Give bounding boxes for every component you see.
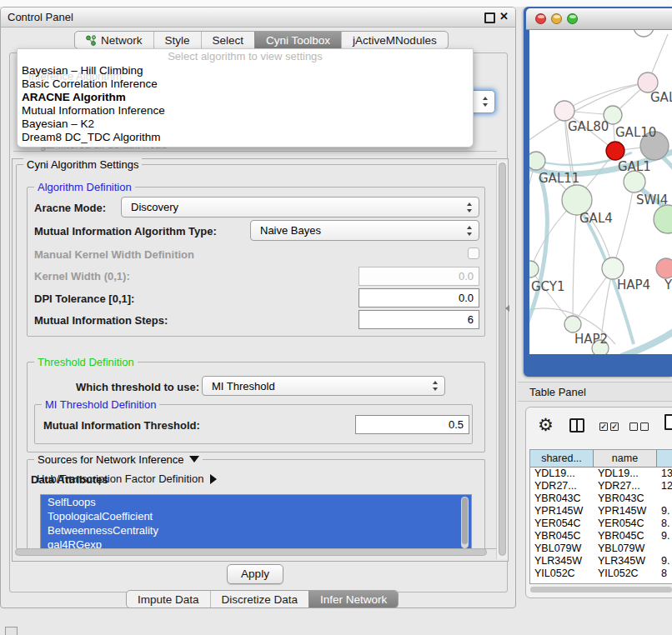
network-node[interactable]: [634, 30, 654, 37]
collapsed-panel-icon[interactable]: [5, 627, 18, 635]
threshold-definition-group: Threshold Definition Which threshold to …: [27, 362, 485, 452]
settings-horizontal-scroll-thumb[interactable]: [15, 548, 487, 556]
tab-label: Impute Data: [138, 593, 199, 606]
tab-network[interactable]: Network: [75, 32, 153, 48]
algorithm-option[interactable]: Dream8 DC_TDC Algorithm: [18, 131, 473, 144]
node-label: HAP2: [574, 332, 608, 347]
select-none-unchecked-icon[interactable]: [629, 422, 649, 431]
network-node-hap4[interactable]: [602, 258, 624, 279]
control-panel-titlebar[interactable]: Control Panel ✕: [1, 8, 515, 28]
table-cell: 12: [657, 480, 672, 492]
apply-button[interactable]: Apply: [227, 564, 283, 584]
mi-algorithm-type-combobox[interactable]: Naive Bayes: [250, 220, 479, 241]
mi-steps-label: Mutual Information Steps:: [34, 314, 168, 327]
tab-label: Network: [101, 34, 143, 47]
settings-vertical-scroll-thumb[interactable]: [499, 162, 506, 556]
column-header[interactable]: A: [657, 450, 672, 468]
float-window-icon[interactable]: [484, 12, 495, 23]
network-node-gal80[interactable]: [554, 101, 574, 121]
attribute-list-scroll-thumb[interactable]: [462, 498, 468, 544]
control-panel-tabs: NetworkStyleSelectCyni ToolboxjActiveMNo…: [74, 31, 449, 49]
aracne-mode-combobox[interactable]: Discovery: [121, 197, 479, 218]
tab-infer-network[interactable]: Infer Network: [308, 591, 398, 608]
tab-style[interactable]: Style: [153, 32, 201, 48]
table-row[interactable]: YBL079WYBL079W: [530, 542, 672, 555]
node-label: GCY1: [531, 279, 565, 294]
table-row[interactable]: YDR27...YDR27...12: [530, 480, 672, 492]
panel-splitter-handle[interactable]: [505, 305, 509, 312]
sources-legend: Sources for Network Inference: [34, 453, 203, 466]
kernel-width-field[interactable]: 0.0: [359, 267, 479, 286]
table-row[interactable]: YBR043CYBR043C: [530, 492, 672, 505]
network-node-gal11[interactable]: [529, 152, 545, 170]
network-icon: [86, 35, 97, 46]
export-file-icon[interactable]: [664, 414, 672, 430]
control-panel-window: Control Panel ✕ NetworkStyleSelectCyni T…: [0, 7, 516, 608]
dpi-tolerance-field[interactable]: 0.0: [359, 288, 479, 308]
algorithm-option[interactable]: Bayesian – K2: [18, 118, 473, 131]
tab-jactivemnodules[interactable]: jActiveMNodules: [341, 32, 448, 48]
mi-algorithm-type-label: Mutual Information Algorithm Type:: [34, 225, 217, 238]
network-window-titlebar[interactable]: [526, 8, 672, 30]
mi-steps-field[interactable]: 6: [359, 310, 479, 329]
table-horizontal-scrollbar[interactable]: [529, 586, 672, 593]
network-node-hap2[interactable]: [564, 316, 581, 332]
table-cell: [657, 542, 672, 555]
select-all-checked-icon[interactable]: ✓✓: [599, 422, 619, 431]
table-row[interactable]: YER054CYER054C8.: [530, 518, 672, 530]
tab-select[interactable]: Select: [201, 32, 255, 48]
close-traffic-light-icon[interactable]: [535, 13, 546, 24]
column-layout-icon[interactable]: [569, 418, 584, 432]
collapse-arrow-icon[interactable]: [189, 456, 199, 462]
manual-kernel-width-checkbox[interactable]: [468, 248, 479, 259]
zoom-traffic-light-icon[interactable]: [567, 13, 578, 24]
which-threshold-combobox[interactable]: MI Threshold: [202, 376, 445, 396]
algorithm-dropdown-placeholder: Select algorithm to view settings: [18, 49, 473, 64]
table-row[interactable]: YDL19...YDL19...13: [530, 468, 672, 480]
network-canvas[interactable]: GALGAL80GAL10GAL1GAL11SWI4GAL4HAP4YGCY1H…: [529, 30, 672, 354]
table-row[interactable]: YLR345WYLR345W9.: [530, 555, 672, 568]
settings-gear-icon[interactable]: ⚙: [538, 415, 554, 435]
table-horizontal-scroll-thumb[interactable]: [530, 587, 672, 592]
algorithm-combobox-stepper[interactable]: [470, 90, 495, 113]
tab-cyni-toolbox[interactable]: Cyni Toolbox: [254, 32, 341, 48]
column-header[interactable]: shared...: [530, 450, 594, 468]
mi-threshold-field[interactable]: 0.5: [355, 415, 469, 434]
algorithm-definition-legend: Algorithm Definition: [34, 181, 135, 193]
tab-impute-data[interactable]: Impute Data: [127, 591, 210, 608]
table-cell: 9.: [657, 505, 672, 518]
settings-vertical-scrollbar[interactable]: [496, 161, 508, 559]
table-row[interactable]: YIL052CYIL052C8: [530, 568, 672, 580]
attribute-list-scrollbar[interactable]: [461, 497, 469, 548]
minimize-traffic-light-icon[interactable]: [551, 13, 562, 24]
algorithm-option[interactable]: Mutual Information Inference: [18, 104, 473, 118]
tab-label: Infer Network: [320, 593, 387, 606]
mi-algorithm-type-value: Naive Bayes: [260, 224, 321, 237]
cyni-algorithm-settings-legend: Cyni Algorithm Settings: [23, 158, 142, 171]
which-threshold-value: MI Threshold: [212, 380, 275, 392]
data-attribute-item[interactable]: TopologicalCoefficient: [41, 509, 471, 523]
network-node[interactable]: [654, 205, 672, 233]
column-header[interactable]: name: [594, 450, 657, 468]
node-label: GAL: [650, 90, 672, 105]
algorithm-option[interactable]: ARACNE Algorithm: [18, 91, 473, 104]
data-attributes-listbox[interactable]: SelfLoopsTopologicalCoefficientBetweenne…: [40, 494, 472, 553]
network-node-gal1[interactable]: [606, 142, 624, 160]
stepper-arrows-icon: [467, 225, 473, 237]
network-node-y[interactable]: [656, 258, 672, 278]
table-cell: YER054C: [594, 518, 657, 530]
table-cell: YBR045C: [594, 530, 657, 542]
table-cell: YER054C: [530, 518, 594, 530]
table-cell: YPR145W: [530, 505, 594, 518]
settings-horizontal-scrollbar[interactable]: [15, 548, 494, 558]
tab-discretize-data[interactable]: Discretize Data: [210, 591, 309, 608]
close-icon[interactable]: ✕: [499, 10, 509, 22]
network-node-gcy1[interactable]: [529, 261, 539, 278]
aracne-mode-label: Aracne Mode:: [34, 202, 106, 214]
table-cell: YIL052C: [594, 568, 657, 580]
data-attribute-item[interactable]: BetweennessCentrality: [41, 523, 471, 538]
table-row[interactable]: YBR045CYBR045C9.: [530, 530, 672, 542]
data-attribute-item[interactable]: SelfLoops: [41, 495, 471, 509]
table-row[interactable]: YPR145WYPR145W9.: [530, 505, 672, 518]
node-label: HAP4: [617, 278, 650, 292]
